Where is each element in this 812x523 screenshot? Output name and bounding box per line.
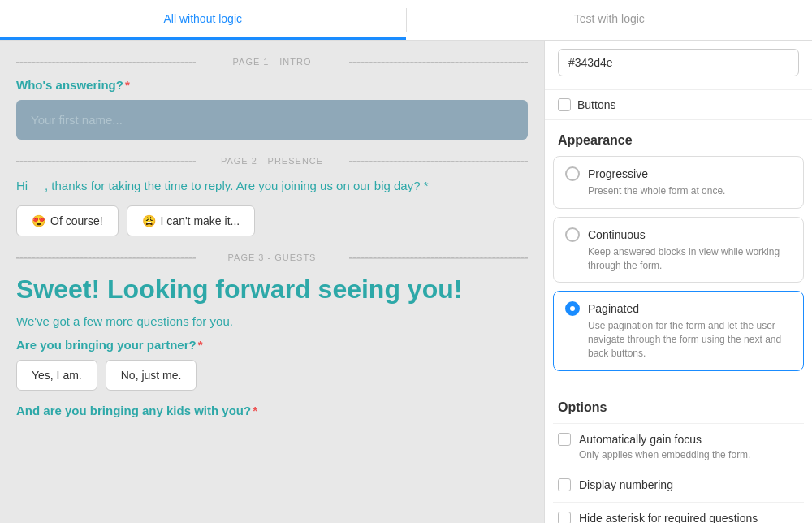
paginated-desc: Use pagination for the form and let the … (565, 319, 792, 360)
required-indicator-4: * (253, 404, 257, 417)
form-section-page1: PAGE 1 - INTRO Who's answering?* (16, 57, 528, 140)
form-section-page2: PAGE 2 - PRESENCE Hi __, thanks for taki… (16, 156, 528, 236)
radio-continuous (565, 227, 580, 242)
display-numbering-checkbox[interactable] (558, 478, 571, 491)
progressive-desc: Present the whole form at once. (565, 184, 792, 198)
question-who-answering: Who's answering?* (16, 78, 528, 92)
color-input-row (545, 41, 812, 90)
form-preview: PAGE 1 - INTRO Who's answering?* PAGE 2 … (0, 41, 544, 523)
buttons-checkbox[interactable] (558, 98, 571, 111)
paginated-label: Paginated (588, 302, 639, 315)
question-partner: Are you bringing your partner?* (16, 338, 528, 352)
choice-group-partner: Yes, I am. No, just me. (16, 360, 528, 391)
options-section: Options Automatically gain focus Only ap… (545, 392, 812, 523)
hide-asterisk-label: Hide asterisk for required questions (579, 511, 799, 523)
appearance-options: Progressive Present the whole form at on… (545, 156, 812, 392)
continuous-label: Continuous (588, 228, 646, 241)
tab-test-with-logic[interactable]: Test with logic (407, 0, 813, 40)
color-input[interactable] (558, 49, 799, 76)
buttons-checkbox-row: Buttons (545, 90, 812, 120)
page1-label: PAGE 1 - INTRO (16, 57, 528, 67)
buttons-label: Buttons (577, 98, 615, 111)
radio-paginated (565, 301, 580, 316)
continuous-desc: Keep answered blocks in view while worki… (565, 245, 792, 273)
appearance-option-progressive[interactable]: Progressive Present the whole form at on… (553, 156, 804, 209)
option-auto-focus: Automatically gain focus Only applies wh… (553, 423, 804, 469)
main-layout: PAGE 1 - INTRO Who's answering?* PAGE 2 … (0, 41, 812, 523)
auto-focus-checkbox[interactable] (558, 433, 571, 446)
form-section-page3: PAGE 3 - GUESTS Sweet! Looking forward s… (16, 253, 528, 417)
emoji-of-course: 😍 (32, 214, 45, 227)
choice-no-partner[interactable]: No, just me. (106, 360, 197, 391)
question-kids-wrapper: And are you bringing any kids with you?* (16, 404, 528, 417)
tab-all-without-logic[interactable]: All without logic (0, 0, 406, 40)
required-indicator-3: * (198, 338, 203, 352)
emoji-cant-make-it: 😩 (142, 214, 156, 227)
display-numbering-label: Display numbering (579, 478, 799, 494)
progressive-label: Progressive (588, 167, 648, 180)
page3-heading: Sweet! Looking forward seeing you! (16, 274, 528, 305)
hide-asterisk-checkbox[interactable] (558, 512, 571, 523)
appearance-title: Appearance (545, 120, 812, 156)
name-input[interactable] (16, 100, 528, 140)
auto-focus-label: Automatically gain focus (579, 432, 799, 448)
question-kids: And are you bringing any kids with you?* (16, 404, 528, 417)
tab-bar: All without logic Test with logic (0, 0, 812, 41)
appearance-section: Appearance Progressive Present the whole… (545, 120, 812, 392)
appearance-option-continuous[interactable]: Continuous Keep answered blocks in view … (553, 217, 804, 283)
required-indicator-2: * (424, 179, 429, 192)
question-joining: Hi __, thanks for taking the time to rep… (16, 177, 528, 196)
required-indicator: * (125, 78, 130, 92)
appearance-option-paginated[interactable]: Paginated Use pagination for the form an… (553, 291, 804, 370)
choice-yes-partner[interactable]: Yes, I am. (16, 360, 97, 391)
page3-subtext: We've got a few more questions for you. (16, 314, 528, 328)
choice-group-joining: 😍 Of course! 😩 I can't make it... (16, 205, 528, 236)
page2-label: PAGE 2 - PRESENCE (16, 156, 528, 166)
options-title: Options (553, 392, 804, 423)
radio-progressive (565, 166, 580, 181)
choice-of-course[interactable]: 😍 Of course! (16, 205, 119, 236)
choice-cant-make-it[interactable]: 😩 I can't make it... (127, 205, 256, 236)
auto-focus-sublabel: Only applies when embedding the form. (579, 449, 799, 460)
option-display-numbering: Display numbering (553, 469, 804, 502)
right-panel: Buttons Appearance Progressive Present t… (544, 41, 812, 523)
option-hide-asterisk: Hide asterisk for required questions (553, 502, 804, 523)
page3-label: PAGE 3 - GUESTS (16, 253, 528, 262)
